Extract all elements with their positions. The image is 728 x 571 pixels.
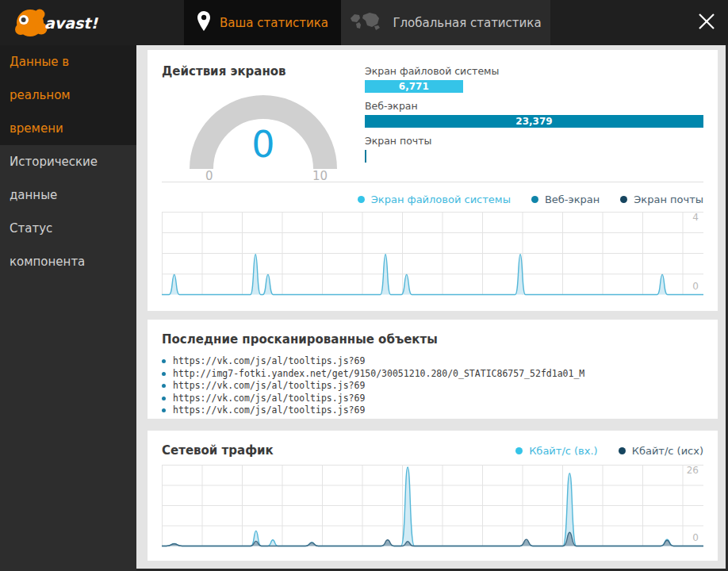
gauge-value: 0 xyxy=(180,123,347,166)
y-axis-max-label: 26 xyxy=(687,465,699,476)
url-text: https://vk.com/js/al/tooltips.js?69 xyxy=(173,355,365,368)
legend-label: Экран файловой системы xyxy=(371,194,511,205)
scanned-list: https://vk.com/js/al/tooltips.js?69 http… xyxy=(162,355,703,417)
top-bar: avast! Ваша статистика Глобальная статис… xyxy=(0,0,728,45)
bullet-icon xyxy=(162,408,166,412)
url-text: https://vk.com/js/al/tooltips.js?69 xyxy=(173,404,365,417)
bar-fill-file-system: 6,771 xyxy=(365,80,463,93)
bar-fill-mail-screen xyxy=(365,150,366,163)
tab-label: Глобальная статистика xyxy=(393,16,541,30)
bar-track xyxy=(365,150,703,163)
network-traffic-chart: 26 0 xyxy=(162,465,703,547)
scanned-item: https://vk.com/js/al/tooltips.js?69 xyxy=(162,404,703,417)
panel-network-traffic: Сетевой трафик Кбайт/с (вх.) Кбайт/с (ис… xyxy=(148,431,718,561)
bar-label: Веб-экран xyxy=(365,100,703,112)
screens-chart-legend: Экран файловой системы Веб-экран Экран п… xyxy=(162,193,703,206)
world-map-icon xyxy=(350,12,383,34)
legend-label: Кбайт/с (исх) xyxy=(632,445,703,457)
legend-label: Экран почты xyxy=(634,194,703,205)
tab-global-statistics[interactable]: Глобальная статистика xyxy=(341,0,550,45)
legend-item-kbps-in[interactable]: Кбайт/с (вх.) xyxy=(515,445,598,457)
close-icon xyxy=(696,11,717,32)
legend-item-mail-screen[interactable]: Экран почты xyxy=(620,194,703,205)
content-area: Действия экранов 0 0 10 Экран файловой с… xyxy=(136,45,726,569)
scanned-item: https://vk.com/js/al/tooltips.js?69 xyxy=(162,355,703,368)
bar-track: 6,771 xyxy=(365,80,703,93)
legend-dot xyxy=(619,447,626,454)
url-text: https://vk.com/js/al/tooltips.js?69 xyxy=(173,393,365,405)
bar-label: Экран файловой системы xyxy=(365,65,703,77)
legend-label: Кбайт/с (вх.) xyxy=(529,445,598,457)
screen-activity-bars: Экран файловой системы 6,771 Веб-экран 2… xyxy=(365,64,703,182)
y-axis-max-label: 4 xyxy=(692,212,699,223)
scanned-item: https://vk.com/js/al/tooltips.js?69 xyxy=(162,393,703,405)
network-chart-legend: Кбайт/с (вх.) Кбайт/с (исх) xyxy=(515,444,703,458)
avast-logo: avast! xyxy=(11,6,114,40)
bullet-icon xyxy=(162,397,166,400)
gauge: 0 0 10 xyxy=(180,90,347,191)
panel-title: Сетевой трафик xyxy=(162,443,274,458)
legend-label: Веб-экран xyxy=(545,194,600,205)
panel-screen-actions: Действия экранов 0 0 10 Экран файловой с… xyxy=(148,50,718,311)
sidebar-item-historical-data[interactable]: Исторические данные xyxy=(0,145,136,212)
tab-your-statistics[interactable]: Ваша статистика xyxy=(184,0,341,45)
panel-title: Последние просканированные объекты xyxy=(162,332,703,347)
tab-label: Ваша статистика xyxy=(220,16,328,30)
bullet-icon xyxy=(162,384,166,388)
panel-title: Действия экранов xyxy=(162,64,365,79)
legend-dot xyxy=(620,196,627,203)
screens-activity-chart: 4 0 xyxy=(162,212,703,296)
scanned-item: http://img7-fotki.yandex.net/get/9150/30… xyxy=(162,368,703,381)
url-text: https://vk.com/js/al/tooltips.js?69 xyxy=(173,380,365,393)
sidebar-item-realtime-data[interactable]: Данные в реальном времени xyxy=(0,45,136,145)
legend-dot xyxy=(531,196,538,203)
legend-dot xyxy=(515,447,523,454)
bullet-icon xyxy=(162,372,166,376)
y-axis-min-label: 0 xyxy=(692,532,699,543)
logo-text: avast! xyxy=(44,14,98,32)
legend-item-file-system[interactable]: Экран файловой системы xyxy=(358,194,511,205)
gauge-column: Действия экранов 0 0 10 xyxy=(162,64,365,182)
gauge-max-label: 10 xyxy=(312,169,328,183)
url-text: http://img7-fotki.yandex.net/get/9150/30… xyxy=(173,368,584,381)
sidebar-item-component-status[interactable]: Статус компонента xyxy=(0,212,136,278)
panel-scanned-objects: Последние просканированные объекты https… xyxy=(148,320,718,419)
y-axis-min-label: 0 xyxy=(692,281,699,292)
scanned-item: https://vk.com/js/al/tooltips.js?69 xyxy=(162,380,703,393)
legend-item-kbps-out[interactable]: Кбайт/с (исх) xyxy=(619,445,703,457)
bar-track: 23,379 xyxy=(365,115,703,128)
gauge-min-label: 0 xyxy=(205,169,213,183)
bullet-icon xyxy=(162,359,166,363)
bar-fill-web-screen: 23,379 xyxy=(365,115,703,128)
sidebar: Данные в реальном времени Исторические д… xyxy=(0,45,136,571)
legend-item-web-screen[interactable]: Веб-экран xyxy=(531,194,600,205)
legend-dot xyxy=(358,196,365,203)
bar-label: Экран почты xyxy=(365,135,703,147)
pin-icon xyxy=(197,10,211,35)
close-button[interactable] xyxy=(693,8,720,35)
